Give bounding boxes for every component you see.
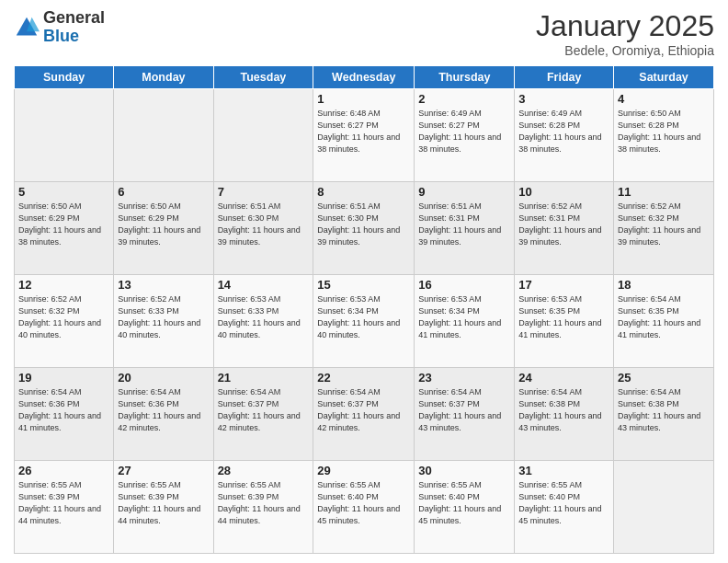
calendar-cell: 4Sunrise: 6:50 AM Sunset: 6:28 PM Daylig…	[614, 89, 714, 182]
calendar-cell: 18Sunrise: 6:54 AM Sunset: 6:35 PM Dayli…	[614, 275, 714, 368]
calendar-cell: 29Sunrise: 6:55 AM Sunset: 6:40 PM Dayli…	[313, 461, 415, 554]
title-location: Bedele, Oromiya, Ethiopia	[536, 43, 714, 58]
day-number: 4	[618, 92, 710, 106]
week-row-4: 19Sunrise: 6:54 AM Sunset: 6:36 PM Dayli…	[15, 368, 714, 461]
day-info: Sunrise: 6:55 AM Sunset: 6:40 PM Dayligh…	[518, 479, 609, 527]
day-info: Sunrise: 6:54 AM Sunset: 6:37 PM Dayligh…	[317, 386, 410, 434]
day-number: 24	[518, 371, 609, 385]
logo-text: General Blue	[43, 9, 105, 46]
day-info: Sunrise: 6:52 AM Sunset: 6:31 PM Dayligh…	[518, 201, 609, 248]
day-info: Sunrise: 6:50 AM Sunset: 6:28 PM Dayligh…	[618, 108, 710, 155]
calendar-cell: 27Sunrise: 6:55 AM Sunset: 6:39 PM Dayli…	[114, 461, 213, 554]
week-row-3: 12Sunrise: 6:52 AM Sunset: 6:32 PM Dayli…	[15, 275, 714, 368]
day-info: Sunrise: 6:51 AM Sunset: 6:31 PM Dayligh…	[418, 201, 510, 248]
day-number: 29	[317, 464, 410, 477]
weekday-row: SundayMondayTuesdayWednesdayThursdayFrid…	[15, 66, 714, 89]
calendar-cell	[213, 89, 313, 182]
day-info: Sunrise: 6:54 AM Sunset: 6:38 PM Dayligh…	[518, 386, 609, 434]
calendar-body: 1Sunrise: 6:48 AM Sunset: 6:27 PM Daylig…	[15, 89, 714, 554]
calendar-cell: 11Sunrise: 6:52 AM Sunset: 6:32 PM Dayli…	[614, 182, 714, 275]
day-number: 5	[18, 185, 109, 199]
day-info: Sunrise: 6:50 AM Sunset: 6:29 PM Dayligh…	[118, 201, 209, 248]
day-info: Sunrise: 6:53 AM Sunset: 6:33 PM Dayligh…	[218, 293, 310, 341]
page: General Blue January 2025 Bedele, Oromiy…	[0, 0, 728, 563]
calendar-cell: 19Sunrise: 6:54 AM Sunset: 6:36 PM Dayli…	[15, 368, 114, 461]
calendar-cell: 12Sunrise: 6:52 AM Sunset: 6:32 PM Dayli…	[15, 275, 114, 368]
week-row-5: 26Sunrise: 6:55 AM Sunset: 6:39 PM Dayli…	[15, 461, 714, 554]
day-number: 18	[618, 278, 710, 292]
day-number: 1	[317, 92, 410, 106]
day-info: Sunrise: 6:52 AM Sunset: 6:32 PM Dayligh…	[18, 293, 109, 341]
day-info: Sunrise: 6:54 AM Sunset: 6:37 PM Dayligh…	[418, 386, 510, 434]
calendar-cell: 21Sunrise: 6:54 AM Sunset: 6:37 PM Dayli…	[213, 368, 313, 461]
day-info: Sunrise: 6:52 AM Sunset: 6:33 PM Dayligh…	[118, 293, 209, 341]
weekday-header-wednesday: Wednesday	[313, 66, 415, 89]
calendar-cell	[114, 89, 213, 182]
day-number: 13	[118, 278, 209, 292]
calendar-cell: 1Sunrise: 6:48 AM Sunset: 6:27 PM Daylig…	[313, 89, 415, 182]
day-number: 30	[418, 464, 510, 477]
logo-icon	[14, 15, 40, 40]
calendar-cell: 15Sunrise: 6:53 AM Sunset: 6:34 PM Dayli…	[313, 275, 415, 368]
logo-general-text: General	[43, 9, 105, 28]
day-info: Sunrise: 6:54 AM Sunset: 6:36 PM Dayligh…	[18, 386, 109, 434]
day-number: 12	[18, 278, 109, 292]
day-number: 7	[218, 185, 310, 199]
calendar-cell: 8Sunrise: 6:51 AM Sunset: 6:30 PM Daylig…	[313, 182, 415, 275]
day-info: Sunrise: 6:49 AM Sunset: 6:28 PM Dayligh…	[518, 108, 609, 155]
calendar-header: SundayMondayTuesdayWednesdayThursdayFrid…	[15, 66, 714, 89]
header: General Blue January 2025 Bedele, Oromiy…	[14, 9, 714, 58]
title-block: January 2025 Bedele, Oromiya, Ethiopia	[536, 9, 714, 58]
day-info: Sunrise: 6:51 AM Sunset: 6:30 PM Dayligh…	[317, 201, 410, 248]
calendar-cell: 13Sunrise: 6:52 AM Sunset: 6:33 PM Dayli…	[114, 275, 213, 368]
calendar-cell	[614, 461, 714, 554]
day-number: 11	[618, 185, 710, 199]
calendar-cell: 23Sunrise: 6:54 AM Sunset: 6:37 PM Dayli…	[415, 368, 515, 461]
day-number: 6	[118, 185, 209, 199]
weekday-header-monday: Monday	[114, 66, 213, 89]
calendar-cell: 14Sunrise: 6:53 AM Sunset: 6:33 PM Dayli…	[213, 275, 313, 368]
day-number: 28	[218, 464, 310, 477]
day-info: Sunrise: 6:51 AM Sunset: 6:30 PM Dayligh…	[218, 201, 310, 248]
day-info: Sunrise: 6:50 AM Sunset: 6:29 PM Dayligh…	[18, 201, 109, 248]
weekday-header-sunday: Sunday	[15, 66, 114, 89]
day-number: 27	[118, 464, 209, 477]
calendar-cell: 10Sunrise: 6:52 AM Sunset: 6:31 PM Dayli…	[515, 182, 614, 275]
day-number: 17	[518, 278, 609, 292]
day-info: Sunrise: 6:54 AM Sunset: 6:36 PM Dayligh…	[118, 386, 209, 434]
calendar-cell: 26Sunrise: 6:55 AM Sunset: 6:39 PM Dayli…	[15, 461, 114, 554]
calendar-cell: 28Sunrise: 6:55 AM Sunset: 6:39 PM Dayli…	[213, 461, 313, 554]
weekday-header-friday: Friday	[515, 66, 614, 89]
day-number: 20	[118, 371, 209, 385]
day-info: Sunrise: 6:53 AM Sunset: 6:34 PM Dayligh…	[317, 293, 410, 341]
calendar-cell: 16Sunrise: 6:53 AM Sunset: 6:34 PM Dayli…	[415, 275, 515, 368]
calendar-cell: 9Sunrise: 6:51 AM Sunset: 6:31 PM Daylig…	[415, 182, 515, 275]
day-number: 25	[618, 371, 710, 385]
day-info: Sunrise: 6:55 AM Sunset: 6:39 PM Dayligh…	[18, 479, 109, 527]
calendar-cell: 25Sunrise: 6:54 AM Sunset: 6:38 PM Dayli…	[614, 368, 714, 461]
calendar-cell	[15, 89, 114, 182]
calendar-cell: 5Sunrise: 6:50 AM Sunset: 6:29 PM Daylig…	[15, 182, 114, 275]
day-number: 26	[18, 464, 109, 477]
calendar-cell: 6Sunrise: 6:50 AM Sunset: 6:29 PM Daylig…	[114, 182, 213, 275]
day-info: Sunrise: 6:54 AM Sunset: 6:35 PM Dayligh…	[618, 293, 710, 341]
calendar-cell: 20Sunrise: 6:54 AM Sunset: 6:36 PM Dayli…	[114, 368, 213, 461]
weekday-header-thursday: Thursday	[415, 66, 515, 89]
day-number: 9	[418, 185, 510, 199]
calendar-cell: 17Sunrise: 6:53 AM Sunset: 6:35 PM Dayli…	[515, 275, 614, 368]
day-number: 8	[317, 185, 410, 199]
calendar-cell: 7Sunrise: 6:51 AM Sunset: 6:30 PM Daylig…	[213, 182, 313, 275]
day-info: Sunrise: 6:49 AM Sunset: 6:27 PM Dayligh…	[418, 108, 510, 155]
day-number: 23	[418, 371, 510, 385]
calendar-cell: 31Sunrise: 6:55 AM Sunset: 6:40 PM Dayli…	[515, 461, 614, 554]
day-info: Sunrise: 6:55 AM Sunset: 6:40 PM Dayligh…	[317, 479, 410, 527]
day-number: 14	[218, 278, 310, 292]
day-info: Sunrise: 6:52 AM Sunset: 6:32 PM Dayligh…	[618, 201, 710, 248]
weekday-header-saturday: Saturday	[614, 66, 714, 89]
calendar-cell: 3Sunrise: 6:49 AM Sunset: 6:28 PM Daylig…	[515, 89, 614, 182]
day-info: Sunrise: 6:53 AM Sunset: 6:34 PM Dayligh…	[418, 293, 510, 341]
day-info: Sunrise: 6:55 AM Sunset: 6:39 PM Dayligh…	[118, 479, 209, 527]
day-info: Sunrise: 6:54 AM Sunset: 6:38 PM Dayligh…	[618, 386, 710, 434]
logo: General Blue	[14, 9, 105, 46]
day-number: 19	[18, 371, 109, 385]
